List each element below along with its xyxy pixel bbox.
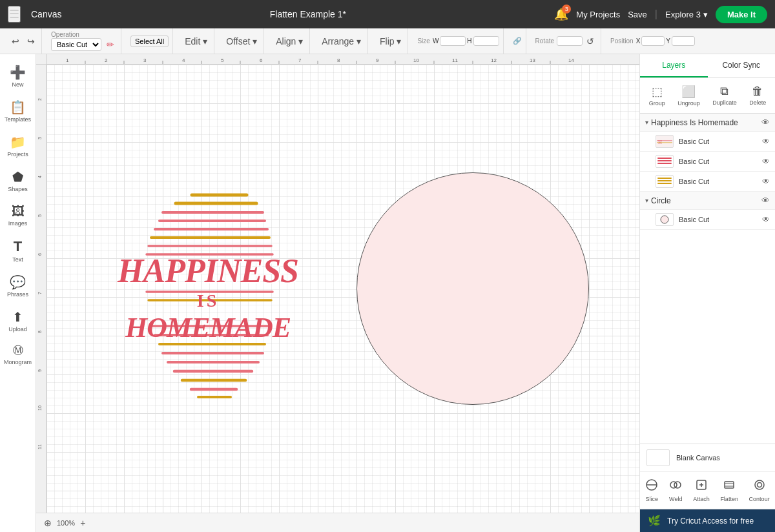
sidebar-item-projects[interactable]: 📁 Projects: [2, 129, 34, 163]
duplicate-label: Duplicate: [712, 99, 737, 106]
sidebar-item-label-templates: Templates: [5, 116, 31, 123]
circle-visibility-icon[interactable]: 👁: [761, 196, 770, 205]
layer-item-circle-cut[interactable]: Basic Cut 👁: [640, 210, 775, 230]
weld-label: Weld: [669, 496, 682, 502]
rotate-btn[interactable]: ↺: [584, 35, 597, 48]
layer-item-cut3[interactable]: Basic Cut 👁: [640, 172, 775, 192]
align-group: Align ▾: [269, 28, 310, 54]
zoom-target-button[interactable]: ⊕: [44, 518, 52, 528]
templates-icon: 📋: [10, 99, 26, 115]
new-icon: ➕: [10, 65, 26, 80]
attach-button[interactable]: Attach: [689, 476, 714, 505]
sidebar-item-phrases[interactable]: 💬 Phrases: [2, 269, 34, 303]
save-button[interactable]: Save: [628, 10, 647, 19]
sidebar-item-new[interactable]: ➕ New: [2, 59, 34, 93]
circle-chevron-icon: ▾: [645, 197, 648, 204]
flatten-button[interactable]: Flatten: [716, 476, 742, 505]
slice-button[interactable]: Slice: [641, 476, 662, 505]
blank-canvas-thumb: [646, 449, 670, 466]
weld-button[interactable]: Weld: [665, 476, 686, 505]
make-it-button[interactable]: Make It: [716, 6, 767, 23]
rotate-input[interactable]: [557, 36, 583, 46]
left-sidebar: ➕ New 📋 Templates 📁 Projects ⬟ Shapes 🖼 …: [0, 54, 36, 532]
layer-item-cut2[interactable]: Basic Cut 👁: [640, 152, 775, 172]
size-w-input[interactable]: [440, 36, 466, 46]
offset-button[interactable]: Offset ▾: [223, 35, 260, 48]
ungroup-button[interactable]: ⬜ Ungroup: [675, 82, 703, 109]
group-icon: ⬚: [652, 85, 663, 99]
layer-group-circle-header[interactable]: ▾ Circle 👁: [640, 192, 775, 210]
ungroup-label: Ungroup: [677, 100, 700, 107]
svg-text:6: 6: [37, 253, 42, 256]
select-all-group: Select All: [127, 28, 173, 54]
layer-item-cut1[interactable]: H Basic Cut 👁: [640, 132, 775, 152]
sidebar-item-text[interactable]: T Text: [2, 233, 34, 268]
svg-rect-62: [657, 178, 672, 179]
size-h-input[interactable]: [473, 36, 499, 46]
group-button[interactable]: ⬚ Group: [646, 82, 668, 109]
svg-text:2: 2: [37, 98, 42, 101]
circle-group-name: Circle: [651, 196, 761, 205]
layer-eye-cut2-icon[interactable]: 👁: [762, 157, 770, 166]
ruler-h-svg: 1 2 3 4 5 6 7 8 9 10 11 12 13 14: [46, 54, 639, 65]
status-bar: ⊕ 100% +: [36, 513, 639, 532]
menu-button[interactable]: ☰: [8, 6, 21, 23]
redo-button[interactable]: ↪: [25, 35, 37, 48]
size-label: Size: [417, 37, 429, 45]
duplicate-button[interactable]: ⧉ Duplicate: [710, 82, 739, 109]
flatten-icon: [723, 478, 736, 495]
notifications-button[interactable]: 🔔 3: [554, 7, 568, 21]
tab-color-sync[interactable]: Color Sync: [708, 54, 776, 77]
pos-y-input[interactable]: [672, 36, 695, 46]
layer-thumb-cut3: [656, 175, 674, 188]
circle-design[interactable]: [356, 172, 589, 405]
svg-text:13: 13: [530, 57, 535, 63]
arrange-button[interactable]: Arrange ▾: [319, 35, 364, 48]
layer-eye-cut1-icon[interactable]: 👁: [762, 137, 770, 146]
happiness-visibility-icon[interactable]: 👁: [761, 118, 770, 127]
sidebar-item-monogram[interactable]: Ⓜ Monogram: [2, 339, 34, 371]
delete-button[interactable]: 🗑 Delete: [747, 82, 769, 109]
flatten-label: Flatten: [720, 496, 738, 502]
sidebar-item-upload[interactable]: ⬆ Upload: [2, 304, 34, 338]
operation-group: Operation Basic Cut ✏: [47, 28, 121, 54]
zoom-in-button[interactable]: +: [80, 518, 85, 528]
operation-select[interactable]: Basic Cut: [51, 38, 101, 51]
duplicate-icon: ⧉: [720, 85, 728, 98]
happiness-design[interactable]: HAPPINESS IS HOMEMADE: [98, 166, 318, 411]
topbar: ☰ Canvas Flatten Example 1* 🔔 3 My Proje…: [0, 0, 775, 28]
align-button[interactable]: Align ▾: [273, 35, 305, 48]
layer-group-happiness-header[interactable]: ▾ Happiness Is Homemade 👁: [640, 114, 775, 132]
cricut-access-bar[interactable]: 🌿 Try Cricut Access for free: [640, 509, 775, 532]
svg-rect-61: [657, 163, 672, 164]
svg-rect-64: [657, 183, 672, 184]
layer-eye-cut3-icon[interactable]: 👁: [762, 177, 770, 186]
svg-rect-58: [657, 142, 672, 143]
happiness-text: HAPPINESS IS HOMEMADE: [118, 254, 298, 342]
edit-button[interactable]: Edit ▾: [182, 35, 210, 48]
canvas-area[interactable]: 1 2 3 4 5 6 7 8 9 10 11 12 13 14: [36, 54, 639, 532]
rotate-group: Rotate ↺: [532, 28, 601, 54]
my-projects-button[interactable]: My Projects: [576, 10, 620, 19]
sidebar-item-templates[interactable]: 📋 Templates: [2, 94, 34, 128]
select-all-button[interactable]: Select All: [130, 36, 169, 47]
explore-button[interactable]: Explore 3 ▾: [665, 10, 708, 19]
operation-edit-button[interactable]: ✏: [104, 38, 117, 51]
contour-button[interactable]: Contour: [745, 476, 774, 505]
sidebar-item-shapes[interactable]: ⬟ Shapes: [2, 164, 34, 198]
flip-button[interactable]: Flip ▾: [377, 35, 404, 48]
sidebar-item-images[interactable]: 🖼 Images: [2, 199, 34, 232]
document-title: Flatten Example 1*: [72, 9, 544, 19]
svg-text:5: 5: [37, 214, 42, 217]
blank-canvas-label: Blank Canvas: [676, 454, 720, 462]
bottom-tools: Slice Weld: [640, 472, 775, 509]
undo-button[interactable]: ↩: [9, 35, 22, 48]
ruler-vertical: 2 3 4 5 6 7 8 9 10 11: [36, 65, 46, 532]
layer-eye-circle-icon[interactable]: 👁: [762, 215, 770, 224]
pos-x-input[interactable]: [641, 36, 665, 46]
svg-rect-63: [657, 180, 672, 181]
tab-layers[interactable]: Layers: [640, 54, 708, 77]
svg-text:4: 4: [37, 176, 42, 178]
blank-canvas-row[interactable]: Blank Canvas: [640, 444, 775, 472]
svg-text:1: 1: [66, 57, 69, 63]
